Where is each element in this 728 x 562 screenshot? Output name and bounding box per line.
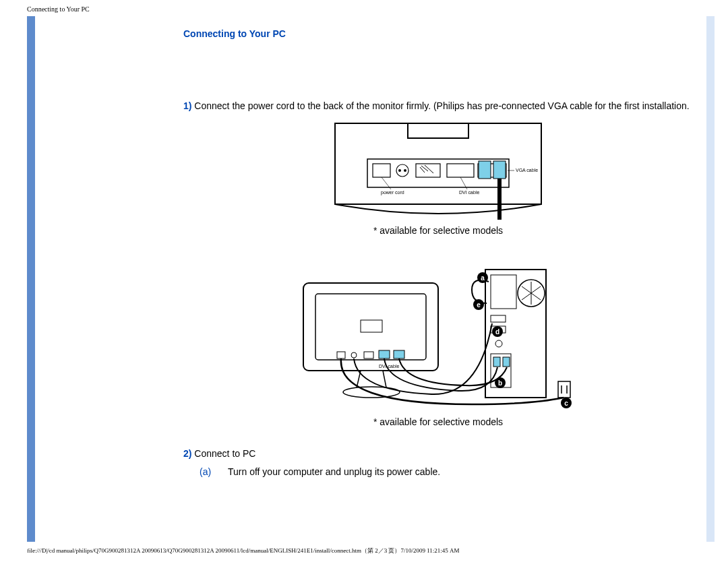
svg-rect-10 [479, 161, 491, 179]
left-accent-bar [27, 16, 35, 542]
svg-rect-16 [315, 294, 426, 360]
svg-text:c: c [564, 400, 568, 407]
dvi-cable-label-2: DVI cable [379, 364, 399, 369]
svg-text:b: b [498, 379, 502, 387]
step-1: 1) Connect the power cord to the back of… [183, 100, 693, 113]
svg-rect-1 [408, 123, 468, 138]
svg-point-5 [398, 169, 401, 172]
svg-text:e: e [477, 301, 481, 309]
monitor-back-svg: VGA cable DVI cable power cord [334, 122, 543, 220]
page-header: Connecting to Your PC [27, 5, 90, 13]
svg-rect-31 [493, 357, 500, 367]
step-1-text: Connect the power cord to the back of th… [191, 100, 689, 111]
svg-text:d: d [495, 328, 499, 336]
power-cord-label: power cord [381, 190, 404, 195]
svg-rect-22 [379, 350, 390, 358]
svg-point-6 [404, 169, 406, 172]
svg-rect-11 [493, 161, 506, 179]
svg-rect-32 [503, 357, 510, 367]
right-accent-bar [706, 16, 715, 542]
svg-rect-23 [394, 350, 404, 358]
step-2-text: Connect to PC [191, 448, 255, 459]
page-footer: file:///D|/cd manual/philips/Q70G9002813… [27, 547, 460, 555]
sub-a-text: Turn off your computer and unplug its po… [228, 466, 440, 478]
main-content: Connecting to Your PC 1) Connect the pow… [35, 16, 706, 542]
svg-rect-33 [558, 381, 570, 398]
svg-text:a: a [481, 274, 485, 282]
diagram-monitor-back: VGA cable DVI cable power cord [183, 122, 693, 220]
diagram-connection: DVI cable a e [183, 256, 693, 411]
note-2: * available for selective models [183, 416, 693, 427]
sub-a-letter: (a) [200, 466, 214, 478]
section-title: Connecting to Your PC [183, 28, 693, 39]
sub-list: (a) Turn off your computer and unplug it… [183, 466, 693, 478]
sub-item-a: (a) Turn off your computer and unplug it… [200, 466, 693, 478]
vga-cable-label: VGA cable [516, 168, 538, 173]
step-2-number: 2) [183, 448, 191, 459]
step-1-number: 1) [183, 100, 191, 111]
connection-svg: DVI cable a e [297, 256, 580, 411]
dvi-cable-label: DVI cable [459, 190, 479, 195]
step-2: 2) Connect to PC (a) Turn off your compu… [183, 447, 693, 478]
note-1: * available for selective models [183, 225, 693, 236]
